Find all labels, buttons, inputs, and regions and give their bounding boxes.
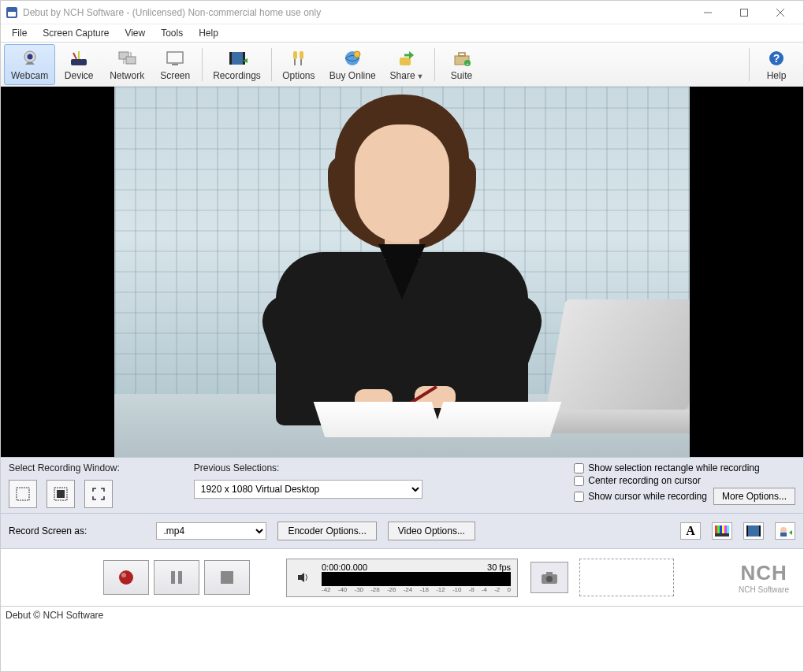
svg-text:+: + bbox=[466, 61, 469, 66]
toolbar-suite[interactable]: + Suite bbox=[438, 44, 486, 85]
toolbar-share[interactable]: Share▼ bbox=[383, 44, 431, 85]
preview-content bbox=[114, 87, 690, 457]
more-options-button[interactable]: More Options... bbox=[713, 488, 795, 505]
svg-rect-24 bbox=[300, 51, 303, 59]
toolbar-label: Webcam bbox=[11, 70, 48, 81]
toolbar-label: Device bbox=[65, 70, 94, 81]
svg-rect-2 bbox=[8, 9, 16, 12]
toolbar-label: Buy Online bbox=[329, 70, 376, 81]
stop-button[interactable] bbox=[204, 560, 250, 595]
svg-text:?: ? bbox=[773, 52, 780, 65]
svg-rect-21 bbox=[243, 52, 245, 65]
svg-rect-20 bbox=[229, 52, 232, 65]
close-button[interactable] bbox=[762, 1, 798, 24]
toolbar-label: Recordings bbox=[213, 70, 261, 81]
video-preview bbox=[1, 87, 803, 457]
svg-rect-58 bbox=[221, 571, 233, 584]
maximize-button[interactable] bbox=[726, 1, 762, 24]
toolbar-help[interactable]: ? Help bbox=[753, 44, 800, 85]
check-show-rectangle[interactable]: Show selection rectangle while recording bbox=[574, 462, 795, 473]
svg-rect-40 bbox=[57, 490, 65, 498]
toolbar-screen[interactable]: Screen bbox=[151, 44, 199, 85]
select-rectangle-button[interactable] bbox=[9, 480, 37, 508]
text-overlay-button[interactable]: A bbox=[680, 522, 701, 540]
toolbar-label: Options bbox=[282, 70, 315, 81]
options-icon bbox=[288, 48, 310, 69]
toolbar-label: Suite bbox=[451, 70, 472, 81]
status-text: Debut © NCH Software bbox=[6, 610, 103, 621]
menubar: File Screen Capture View Tools Help bbox=[1, 24, 803, 42]
svg-point-55 bbox=[121, 573, 126, 577]
svg-rect-38 bbox=[17, 488, 29, 500]
svg-marker-59 bbox=[298, 573, 304, 582]
fade-indicator bbox=[9, 573, 103, 582]
buy-online-icon bbox=[341, 48, 363, 69]
minimize-button[interactable] bbox=[690, 1, 726, 24]
svg-rect-23 bbox=[293, 51, 297, 59]
svg-rect-43 bbox=[717, 525, 720, 533]
select-fullscreen-button[interactable] bbox=[84, 480, 113, 508]
thumbnail-placeholder bbox=[579, 559, 674, 596]
main-toolbar: Webcam Device Network Screen Recordings … bbox=[1, 42, 803, 87]
svg-rect-52 bbox=[780, 533, 787, 536]
audio-level-meter bbox=[322, 572, 511, 586]
color-adjust-button[interactable] bbox=[712, 522, 732, 540]
svg-rect-50 bbox=[759, 525, 761, 536]
svg-rect-44 bbox=[720, 525, 722, 533]
svg-line-10 bbox=[73, 53, 76, 59]
menu-file[interactable]: File bbox=[6, 26, 33, 40]
pause-button[interactable] bbox=[154, 560, 199, 595]
statusbar: Debut © NCH Software bbox=[1, 606, 803, 623]
suite-icon: + bbox=[451, 48, 473, 69]
previous-selections-label: Previous Selections: bbox=[194, 462, 422, 473]
toolbar-webcam[interactable]: Webcam bbox=[4, 44, 55, 85]
video-options-button[interactable]: Video Options... bbox=[388, 522, 475, 540]
svg-rect-33 bbox=[459, 53, 465, 56]
fps-display: 30 fps bbox=[487, 562, 511, 572]
toolbar-label: Network bbox=[110, 70, 144, 81]
toolbar-buy-online[interactable]: Buy Online bbox=[322, 44, 383, 85]
previous-selections-dropdown[interactable]: 1920 x 1080 Virtual Desktop bbox=[194, 480, 422, 499]
svg-rect-49 bbox=[746, 525, 748, 536]
svg-point-54 bbox=[119, 570, 133, 585]
snapshot-button[interactable] bbox=[530, 562, 568, 593]
time-display: 0:00:00.000 bbox=[322, 562, 367, 572]
check-show-cursor[interactable]: Show cursor while recording bbox=[574, 491, 707, 502]
menu-view[interactable]: View bbox=[118, 26, 151, 40]
svg-rect-14 bbox=[126, 57, 136, 64]
menu-tools[interactable]: Tools bbox=[154, 26, 189, 40]
titlebar: Debut by NCH Software - (Unlicensed) Non… bbox=[1, 1, 803, 24]
toolbar-options[interactable]: Options bbox=[275, 44, 322, 85]
record-panel: Record Screen as: .mp4 Encoder Options..… bbox=[1, 514, 803, 549]
select-window-button[interactable] bbox=[47, 480, 75, 508]
format-dropdown[interactable]: .mp4 bbox=[156, 522, 266, 540]
toolbar-label: Screen bbox=[160, 70, 190, 81]
toolbar-separator bbox=[749, 48, 750, 81]
toolbar-separator bbox=[271, 48, 272, 81]
svg-rect-47 bbox=[727, 525, 729, 533]
audio-icon[interactable] bbox=[293, 569, 314, 586]
recordings-icon bbox=[226, 48, 248, 69]
effects-button[interactable] bbox=[743, 522, 764, 540]
encoder-options-button[interactable]: Encoder Options... bbox=[277, 522, 376, 540]
toolbar-separator bbox=[434, 48, 435, 81]
record-button[interactable] bbox=[103, 560, 149, 595]
svg-point-28 bbox=[354, 51, 360, 58]
svg-rect-61 bbox=[546, 572, 553, 575]
toolbar-recordings[interactable]: Recordings bbox=[206, 44, 268, 85]
nch-logo: NCH NCH Software bbox=[739, 561, 789, 594]
toolbar-network[interactable]: Network bbox=[102, 44, 151, 85]
screen-icon bbox=[164, 48, 186, 69]
app-icon bbox=[6, 6, 18, 19]
window-title: Debut by NCH Software - (Unlicensed) Non… bbox=[23, 7, 690, 18]
svg-rect-18 bbox=[172, 64, 178, 65]
toolbar-label: Share bbox=[390, 70, 415, 81]
svg-point-51 bbox=[780, 527, 787, 533]
watermark-button[interactable] bbox=[775, 522, 795, 540]
toolbar-device[interactable]: Device bbox=[55, 44, 102, 85]
network-icon bbox=[116, 48, 138, 69]
menu-screen-capture[interactable]: Screen Capture bbox=[36, 26, 115, 40]
menu-help[interactable]: Help bbox=[192, 26, 225, 40]
check-center-cursor[interactable]: Center recording on cursor bbox=[574, 475, 795, 486]
dropdown-icon: ▼ bbox=[417, 72, 424, 80]
